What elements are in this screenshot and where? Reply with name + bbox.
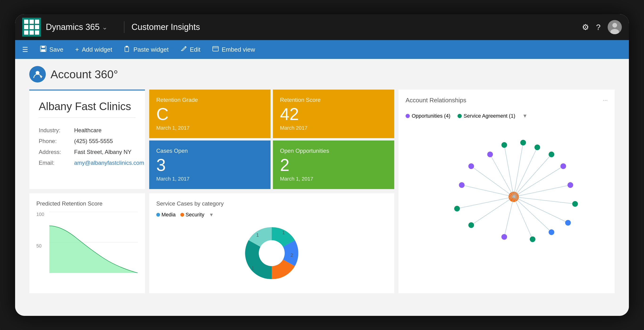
industry-value: Healthcare bbox=[74, 127, 102, 134]
device-frame: Dynamics 365 ⌄ Customer Insights ⚙ ? bbox=[15, 14, 629, 316]
relationships-legend: Opportunities (4) Service Agreement (1) … bbox=[406, 113, 608, 119]
edit-button[interactable]: Edit bbox=[180, 45, 200, 54]
svg-point-32 bbox=[459, 182, 464, 188]
cases-open-card: Cases Open 3 March 1, 2017 bbox=[149, 141, 270, 189]
predicted-retention-title: Predicted Retention Score bbox=[36, 200, 138, 207]
svg-point-31 bbox=[468, 163, 474, 169]
svg-point-46 bbox=[502, 234, 507, 240]
opportunities-label: Opportunities (4) bbox=[412, 113, 450, 119]
page-title: Account 360° bbox=[50, 68, 118, 81]
svg-point-36 bbox=[454, 206, 460, 211]
svg-line-25 bbox=[514, 185, 570, 197]
legend-opportunities[interactable]: Opportunities (4) bbox=[406, 113, 450, 119]
save-button[interactable]: Save bbox=[40, 45, 63, 54]
retention-grade-label: Retention Grade bbox=[156, 97, 264, 103]
svg-line-19 bbox=[490, 155, 514, 197]
svg-line-26 bbox=[514, 197, 575, 204]
retention-grade-value: C bbox=[156, 106, 264, 123]
svg-point-37 bbox=[468, 222, 474, 228]
svg-line-28 bbox=[514, 197, 552, 232]
svg-point-49 bbox=[259, 240, 285, 266]
open-opportunities-value: 2 bbox=[280, 157, 387, 173]
relationships-title: Account Relationships bbox=[406, 97, 466, 104]
legend-dropdown-sc[interactable]: ▼ bbox=[209, 212, 214, 218]
nav-right-controls: ⚙ ? bbox=[582, 20, 622, 34]
service-agreement-dot bbox=[458, 114, 462, 118]
paste-widget-button[interactable]: Paste widget bbox=[124, 45, 168, 54]
service-cases-card: Service Cases by category Media Security… bbox=[149, 193, 394, 293]
service-agreement-label: Service Agreement (1) bbox=[464, 113, 515, 119]
opportunities-dot bbox=[406, 114, 410, 118]
open-opportunities-label: Open Opportunities bbox=[280, 148, 387, 154]
waffle-button[interactable] bbox=[22, 18, 41, 36]
relationships-card: Account Relationships ··· Opportunities … bbox=[398, 90, 615, 293]
svg-point-34 bbox=[560, 163, 566, 169]
menu-button[interactable]: ☰ bbox=[22, 46, 28, 53]
legend-dropdown[interactable]: ▼ bbox=[522, 113, 528, 119]
app-dropdown-arrow: ⌄ bbox=[102, 23, 108, 31]
open-opportunities-date: March 1, 2017 bbox=[280, 176, 387, 182]
address-value: Fast Street, Albany NY bbox=[74, 149, 132, 155]
edit-icon bbox=[180, 45, 187, 54]
y-label-50: 50 bbox=[36, 243, 42, 249]
donut-chart-wrapper: 1 2 1 1 bbox=[156, 220, 387, 286]
industry-row: Industry: Healthcare bbox=[39, 127, 136, 134]
svg-point-35 bbox=[568, 182, 573, 188]
save-icon bbox=[40, 45, 46, 54]
user-avatar[interactable] bbox=[608, 20, 622, 34]
paste-widget-label: Paste widget bbox=[134, 46, 168, 53]
predicted-retention-card: Predicted Retention Score 100 50 bbox=[29, 193, 145, 293]
phone-value: (425) 555-5555 bbox=[74, 138, 113, 145]
svg-point-39 bbox=[520, 140, 526, 146]
embed-view-button[interactable]: Embed view bbox=[212, 45, 255, 54]
svg-point-43 bbox=[565, 220, 571, 226]
svg-line-16 bbox=[462, 185, 514, 197]
cases-open-value: 3 bbox=[156, 157, 264, 173]
svg-line-17 bbox=[457, 197, 514, 209]
svg-line-21 bbox=[514, 143, 523, 197]
retention-score-card: Retention Score 42 March 2017 bbox=[273, 90, 394, 138]
page-header: Account 360° bbox=[29, 66, 615, 82]
svg-text:2: 2 bbox=[290, 252, 293, 258]
embed-view-label: Embed view bbox=[222, 46, 255, 53]
nav-divider bbox=[124, 21, 124, 33]
address-row: Address: Fast Street, Albany NY bbox=[39, 149, 136, 155]
add-widget-button[interactable]: + Add widget bbox=[75, 46, 112, 53]
menu-icon: ☰ bbox=[22, 46, 28, 53]
svg-point-44 bbox=[549, 229, 554, 235]
phone-row: Phone: (425) 555-5555 bbox=[39, 138, 136, 145]
app-name[interactable]: Dynamics 365 ⌄ bbox=[46, 22, 108, 32]
retention-score-value: 42 bbox=[280, 106, 387, 123]
screen: Dynamics 365 ⌄ Customer Insights ⚙ ? bbox=[15, 14, 629, 316]
main-content: Account 360° Albany Fast Clinics Industr… bbox=[15, 59, 629, 316]
section-title: Customer Insights bbox=[132, 22, 200, 32]
email-row: Email: amy@albanyfastclinics.com bbox=[39, 160, 136, 166]
svg-point-33 bbox=[487, 152, 493, 157]
relationships-more-icon[interactable]: ··· bbox=[603, 97, 608, 103]
svg-line-20 bbox=[504, 145, 514, 197]
donut-chart-svg: 1 2 1 1 bbox=[241, 222, 302, 284]
retention-grade-card: Retention Grade C March 1, 2017 bbox=[149, 90, 270, 138]
edit-label: Edit bbox=[190, 46, 200, 53]
svg-rect-6 bbox=[125, 47, 129, 52]
security-label: Security bbox=[186, 212, 204, 218]
email-value[interactable]: amy@albanyfastclinics.com bbox=[74, 160, 144, 166]
address-label: Address: bbox=[39, 149, 74, 155]
retention-chart-svg bbox=[49, 212, 138, 273]
phone-label: Phone: bbox=[39, 138, 74, 145]
svg-line-30 bbox=[504, 197, 514, 237]
add-icon: + bbox=[75, 46, 79, 53]
legend-service-agreement[interactable]: Service Agreement (1) bbox=[458, 113, 515, 119]
security-dot bbox=[180, 213, 184, 217]
svg-point-41 bbox=[549, 152, 554, 157]
media-label: Media bbox=[162, 212, 176, 218]
open-opportunities-card: Open Opportunities 2 March 1, 2017 bbox=[273, 141, 394, 189]
cases-open-label: Cases Open bbox=[156, 148, 264, 154]
save-label: Save bbox=[49, 46, 63, 53]
toolbar: ☰ Save + Add widget bbox=[15, 40, 629, 59]
svg-rect-4 bbox=[42, 46, 45, 48]
network-svg bbox=[406, 124, 608, 265]
settings-icon[interactable]: ⚙ bbox=[582, 22, 589, 32]
help-icon[interactable]: ? bbox=[596, 23, 600, 32]
retention-score-label: Retention Score bbox=[280, 97, 387, 103]
